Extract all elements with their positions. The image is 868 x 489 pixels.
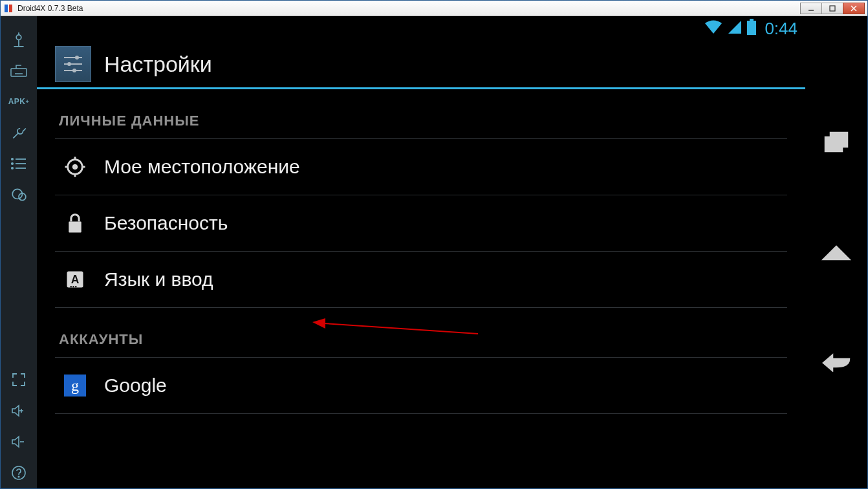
nav-recent-button[interactable]	[816, 122, 857, 163]
lock-icon	[63, 211, 87, 235]
svg-rect-27	[747, 21, 756, 35]
svg-point-34	[72, 164, 78, 170]
battery-icon	[746, 19, 757, 38]
page-title: Настройки	[104, 52, 212, 77]
svg-point-45	[75, 286, 77, 288]
svg-point-43	[71, 286, 72, 288]
app-logo-icon	[3, 3, 14, 14]
sidebar-chat-icon[interactable]	[1, 179, 37, 210]
settings-item-language-input[interactable]: A Язык и ввод	[55, 252, 787, 308]
wifi-icon	[704, 19, 723, 38]
settings-item-google[interactable]: g Google	[55, 358, 787, 414]
sidebar-volume-down-icon[interactable]	[1, 426, 37, 457]
svg-point-17	[12, 168, 13, 169]
svg-point-29	[75, 56, 79, 60]
svg-rect-7	[11, 69, 27, 76]
minimize-button[interactable]	[800, 3, 822, 14]
maximize-button[interactable]	[821, 3, 843, 14]
svg-rect-0	[5, 5, 8, 12]
titlebar: Droid4X 0.7.3 Beta	[1, 1, 867, 16]
sidebar-apk-button[interactable]: APK+	[1, 86, 37, 117]
item-label: Безопасность	[104, 212, 228, 234]
google-icon: g	[63, 373, 87, 398]
svg-point-15	[12, 163, 13, 164]
sidebar-fullscreen-icon[interactable]	[1, 364, 37, 395]
svg-point-6	[16, 35, 21, 40]
signal-icon	[727, 19, 743, 38]
svg-point-25	[18, 476, 19, 477]
location-crosshair-icon	[63, 155, 87, 179]
app-body: APK+	[1, 16, 867, 488]
svg-rect-1	[9, 5, 12, 12]
svg-rect-26	[750, 19, 754, 21]
nav-home-button[interactable]	[816, 232, 857, 273]
item-label: Язык и ввод	[104, 268, 213, 290]
sidebar-list-icon[interactable]	[1, 148, 37, 179]
window-controls	[801, 3, 865, 14]
status-clock: 0:44	[765, 19, 797, 39]
android-screen: 0:44 Настройки ЛИЧНЫ	[37, 16, 805, 488]
app-window: Droid4X 0.7.3 Beta APK+	[0, 0, 868, 489]
svg-rect-3	[830, 6, 835, 11]
item-label: Google	[104, 375, 167, 397]
item-label: Мое местоположение	[104, 156, 300, 178]
sidebar-keyboard-icon[interactable]	[1, 55, 37, 86]
svg-text:A: A	[71, 273, 80, 286]
sidebar-wrench-icon[interactable]	[1, 117, 37, 148]
language-a-icon: A	[63, 267, 87, 292]
svg-point-44	[72, 286, 74, 288]
close-button[interactable]	[843, 3, 865, 14]
sidebar-location-icon[interactable]	[1, 24, 37, 55]
svg-point-13	[12, 158, 13, 160]
section-personal-header: ЛИЧНЫЕ ДАННЫЕ	[55, 89, 787, 139]
sidebar-help-icon[interactable]	[1, 457, 37, 488]
nav-back-button[interactable]	[816, 342, 857, 383]
settings-app-icon	[55, 46, 91, 82]
settings-item-location[interactable]: Мое местоположение	[55, 139, 787, 195]
android-navbar	[805, 16, 867, 488]
svg-point-31	[67, 62, 71, 66]
svg-point-33	[72, 69, 76, 72]
status-bar: 0:44	[37, 16, 805, 41]
svg-rect-49	[830, 133, 847, 147]
settings-list[interactable]: ЛИЧНЫЕ ДАННЫЕ Мое местоположение Безопас…	[37, 89, 805, 488]
settings-item-security[interactable]: Безопасность	[55, 195, 787, 252]
emulator-sidebar: APK+	[1, 16, 37, 488]
svg-rect-40	[69, 222, 81, 233]
window-title: Droid4X 0.7.3 Beta	[17, 4, 83, 13]
settings-header: Настройки	[37, 41, 805, 87]
sidebar-volume-up-icon[interactable]	[1, 395, 37, 426]
section-accounts-header: АККАУНТЫ	[55, 308, 787, 358]
